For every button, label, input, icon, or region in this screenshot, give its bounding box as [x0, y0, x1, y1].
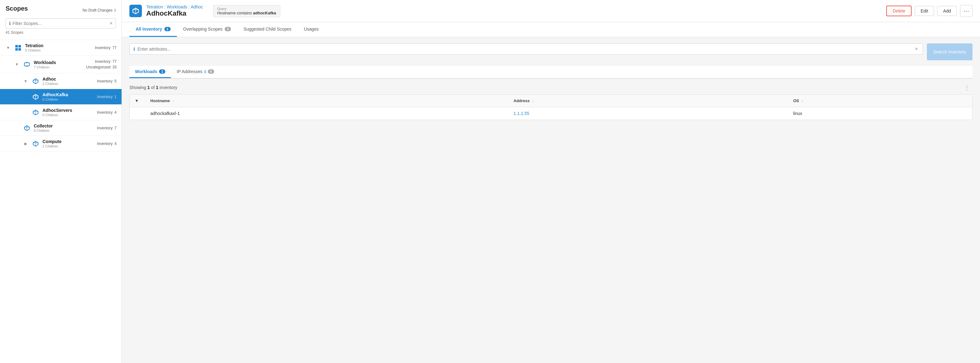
- collector-children: 0 Children: [34, 129, 94, 132]
- workloads-icon-wrap: [22, 60, 31, 69]
- sidebar-item-tetration[interactable]: ▼ Tetration 5 Children Inventory: 77: [0, 40, 122, 55]
- showing-text: Showing 1 of 1 inventory: [129, 85, 177, 90]
- scope-cube-icon: [129, 5, 142, 17]
- query-label: Query: [217, 7, 276, 11]
- sidebar-item-adhocservers[interactable]: AdhocServers 0 Children Inventory: 4: [0, 105, 122, 120]
- table-more-button[interactable]: ⋮: [961, 84, 972, 91]
- adhoc-text: Adhoc 2 Children: [43, 76, 94, 86]
- hostname-col-header[interactable]: Hostname ↑: [145, 95, 508, 107]
- draft-info-icon[interactable]: ℹ: [115, 8, 116, 13]
- sidebar: Scopes No Draft Changes ℹ ℹ × 41 Scopes …: [0, 0, 122, 363]
- adhoc-inventory: Inventory: 5: [97, 78, 116, 84]
- search-info-icon: ℹ: [134, 46, 135, 52]
- sub-tab-ip-addresses[interactable]: IP Addresses ℹ 0: [171, 66, 220, 78]
- sub-tab-workloads-badge: 1: [159, 69, 165, 74]
- adhocservers-children: 0 Children: [43, 113, 94, 117]
- address-col-header[interactable]: Address ↕: [508, 95, 788, 107]
- topbar: Tetration : Workloads : Adhoc AdhocKafka…: [122, 0, 980, 22]
- compute-cube-icon: [32, 141, 39, 147]
- cube-icon: [15, 44, 22, 51]
- table-header-row: Showing 1 of 1 inventory ⋮: [129, 84, 972, 91]
- address-sort-icon: ↕: [532, 99, 534, 103]
- add-button[interactable]: Add: [937, 6, 957, 16]
- compute-icon-wrap: [31, 139, 40, 148]
- svg-rect-6: [25, 66, 28, 67]
- adhoc-name: Adhoc: [43, 76, 94, 82]
- tab-overlapping-badge: 0: [225, 27, 231, 31]
- os-sort-icon: ↕: [802, 99, 803, 103]
- tab-overlapping-scopes[interactable]: Overlapping Scopes 0: [177, 22, 237, 37]
- sidebar-item-compute[interactable]: ▶ Compute 2 Children Inventory: 4: [0, 136, 122, 152]
- table-row: adhockafkaxl-1 1.1.1.55 linux: [130, 107, 972, 120]
- adhockafka-cube-icon: [32, 94, 39, 100]
- more-button[interactable]: ⋯: [960, 5, 972, 17]
- sidebar-item-adhoc[interactable]: ▼ Adhoc 2 Children Inventory: 5: [0, 73, 122, 89]
- adhoc-children: 2 Children: [43, 82, 94, 86]
- sidebar-item-workloads[interactable]: ▼ Workloads 7 Children Inventory: 77 Unc…: [0, 55, 122, 73]
- filter-clear-icon[interactable]: ×: [110, 21, 113, 26]
- chevron-compute[interactable]: ▶: [22, 141, 29, 146]
- chevron-adhoc[interactable]: ▼: [22, 79, 29, 83]
- filter-col-header: ▼: [130, 95, 145, 107]
- main-panel: Tetration : Workloads : Adhoc AdhocKafka…: [122, 0, 980, 363]
- svg-rect-5: [25, 62, 28, 63]
- delete-button[interactable]: Delete: [886, 6, 911, 16]
- table-header: ▼ Hostname ↑ Address ↕ OS ↕: [130, 95, 972, 107]
- adhocservers-inventory: Inventory: 4: [97, 109, 116, 115]
- filter-bar: ℹ ×: [6, 18, 116, 29]
- svg-rect-0: [15, 45, 18, 48]
- compute-children: 2 Children: [43, 144, 94, 148]
- breadcrumb-workloads[interactable]: Workloads: [167, 5, 187, 10]
- row-address[interactable]: 1.1.1.55: [508, 107, 788, 120]
- tetration-text: Tetration 5 Children: [25, 43, 92, 52]
- search-input[interactable]: [137, 46, 911, 52]
- breadcrumb-adhoc[interactable]: Adhoc: [191, 5, 203, 10]
- tab-all-inventory[interactable]: All Inventory 1: [129, 22, 177, 37]
- search-clear-button[interactable]: ×: [914, 46, 919, 52]
- tetration-icon-wrap: [14, 43, 22, 52]
- tab-usages[interactable]: Usages: [298, 22, 325, 37]
- search-bar: ℹ ×: [129, 43, 923, 55]
- adhockafka-text: AdhocKafka 0 Children: [43, 92, 94, 101]
- filter-input[interactable]: [13, 21, 110, 26]
- sub-tabs: Workloads 1 IP Addresses ℹ 0: [129, 66, 972, 79]
- edit-button[interactable]: Edit: [915, 6, 934, 16]
- collector-inventory: Inventory: 7: [97, 125, 116, 131]
- breadcrumb: Tetration : Workloads : Adhoc: [146, 5, 203, 10]
- workloads-name: Workloads: [34, 60, 84, 65]
- adhockafka-inventory: Inventory: 1: [97, 94, 116, 100]
- scope-title: AdhocKafka: [146, 10, 203, 17]
- compute-text: Compute 2 Children: [43, 139, 94, 148]
- sub-tab-ip-addresses-badge: 0: [208, 69, 214, 74]
- adhockafka-icon-wrap: [31, 92, 40, 101]
- search-inventory-button[interactable]: Search Inventory: [927, 43, 972, 60]
- inventory-table: ▼ Hostname ↑ Address ↕ OS ↕: [130, 95, 972, 120]
- filter-info-icon: ℹ: [9, 21, 11, 26]
- workloads-icon: [24, 61, 30, 68]
- ip-addresses-info-icon: ℹ: [204, 69, 206, 74]
- tabs-bar: All Inventory 1 Overlapping Scopes 0 Sug…: [122, 22, 980, 37]
- sidebar-item-collector[interactable]: Collector 0 Children Inventory: 7: [0, 120, 122, 136]
- collector-cube-icon: [24, 125, 30, 131]
- breadcrumb-tetration[interactable]: Tetration: [146, 5, 163, 10]
- sidebar-header: Scopes No Draft Changes ℹ ℹ × 41 Scopes: [0, 0, 122, 40]
- filter-icon[interactable]: ▼: [135, 98, 139, 103]
- chevron-tetration[interactable]: ▼: [5, 46, 11, 50]
- sidebar-item-adhockafka[interactable]: AdhocKafka 0 Children Inventory: 1: [0, 89, 122, 105]
- tetration-children: 5 Children: [25, 48, 92, 52]
- svg-rect-2: [15, 48, 18, 51]
- svg-rect-4: [24, 63, 29, 66]
- compute-inventory: Inventory: 4: [97, 141, 116, 146]
- os-col-header[interactable]: OS ↕: [788, 95, 972, 107]
- workloads-inventory: Inventory: 77 Uncategorized: 33: [86, 59, 116, 70]
- topbar-left: Tetration : Workloads : Adhoc AdhocKafka…: [129, 5, 280, 17]
- adhoc-icon-wrap: [31, 77, 40, 86]
- adhocservers-name: AdhocServers: [43, 108, 94, 113]
- row-hostname: adhockafkaxl-1: [145, 107, 508, 120]
- tab-suggested-child-scopes[interactable]: Suggested Child Scopes: [237, 22, 298, 37]
- svg-rect-1: [18, 45, 21, 48]
- collector-name: Collector: [34, 124, 94, 128]
- query-box: Query Hostname contains adhocKafka: [213, 5, 280, 17]
- sub-tab-workloads[interactable]: Workloads 1: [129, 66, 171, 78]
- chevron-workloads[interactable]: ▼: [14, 62, 20, 67]
